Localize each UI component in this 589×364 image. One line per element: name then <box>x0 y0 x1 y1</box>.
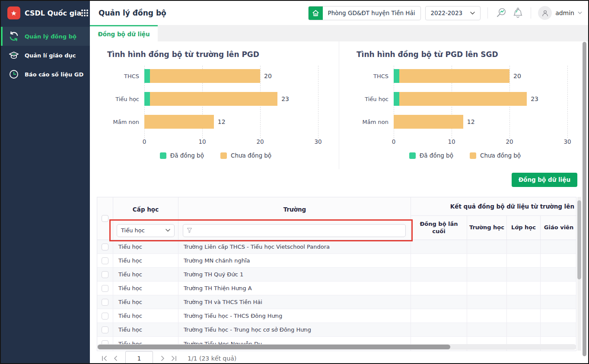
charts-section: Tình hình đồng bộ từ trường lên PGD THCS… <box>90 41 588 169</box>
app-window: ★ CSDL Quốc gia Quản lý đồng bộQuản lí g… <box>0 0 589 364</box>
chart-legend: Đã đồng bộChưa đồng bộ <box>357 152 573 159</box>
cell-empty <box>467 323 507 336</box>
sidebar-item-label: Báo cáo số liệu GD <box>25 71 83 78</box>
sidebar-item-0[interactable]: Quản lý đồng bộ <box>1 27 90 46</box>
graduation-cap-icon <box>8 50 19 61</box>
cell-empty <box>411 240 467 253</box>
schools-table: Cấp học Trường Tiểu học <box>97 197 576 351</box>
cell-cap-hoc: Tiểu học <box>113 268 178 281</box>
select-all-checkbox[interactable] <box>102 215 108 222</box>
table-horizontal-scrollbar[interactable] <box>97 344 576 350</box>
legend-swatch <box>470 152 476 159</box>
legend-label: Chưa đồng bộ <box>231 152 271 159</box>
bar-row: THCS20 <box>394 69 567 83</box>
row-checkbox[interactable] <box>102 313 108 320</box>
table-vertical-scrollbar[interactable] <box>577 197 581 351</box>
legend-label: Đã đồng bộ <box>420 152 453 159</box>
bar-row: Tiểu học23 <box>144 92 318 106</box>
legend-item: Chưa đồng bộ <box>220 152 271 159</box>
cell-empty <box>507 240 541 253</box>
bar-value-label: 23 <box>531 95 538 102</box>
bar-value-label: 12 <box>467 118 475 125</box>
page-title: Quản lý đồng bộ <box>99 9 166 17</box>
x-tick-label: 0 <box>392 138 396 145</box>
x-tick-label: 10 <box>448 138 455 145</box>
cell-cap-hoc: Tiểu học <box>113 295 178 309</box>
pagination-last-button[interactable] <box>170 355 177 361</box>
sidebar-item-1[interactable]: Quản lí giáo dục <box>1 46 90 65</box>
cell-empty <box>411 295 467 309</box>
apps-grid-icon[interactable] <box>81 9 88 16</box>
legend-item: Chưa đồng bộ <box>470 152 521 159</box>
funnel-icon <box>187 228 192 233</box>
table-row: Tiểu họcTrường TH Quý Đức 1 <box>97 268 576 282</box>
sidebar-item-2[interactable]: Báo cáo số liệu GD <box>1 65 90 84</box>
cell-empty <box>507 282 541 295</box>
x-tick-label: 20 <box>506 138 513 145</box>
cell-truong: Trường MN chánh nghĩa <box>178 254 411 267</box>
bar-segment <box>399 69 509 83</box>
group-header-ket-qua: Kết quả đồng bộ dữ liệu từ trường lên <box>411 197 577 216</box>
user-menu[interactable]: admin <box>538 6 582 20</box>
cell-empty <box>411 323 467 336</box>
cell-empty <box>467 295 507 309</box>
cell-truong: Trường Tiểu học - Trung học cơ sở Đông H… <box>178 323 411 336</box>
cell-empty <box>541 268 577 281</box>
bar-segment <box>150 92 277 106</box>
chart-truong-len-pgd: Tình hình đồng bộ từ trường lên PGD THCS… <box>90 41 339 169</box>
category-label: THCS <box>124 73 139 79</box>
row-checkbox[interactable] <box>102 257 108 264</box>
current-page-input[interactable]: 1 <box>125 351 153 364</box>
row-checkbox[interactable] <box>102 244 108 250</box>
cell-truong: Trường Liên cấp THCS - Tiểu học Vietscho… <box>178 240 411 253</box>
notifications-bell-icon[interactable] <box>512 7 524 19</box>
x-tick-label: 30 <box>564 138 571 145</box>
tab-dong-bo-du-lieu[interactable]: Đồng bộ dữ liệu <box>90 25 158 41</box>
school-year-select[interactable]: 2022-2023 <box>425 6 481 20</box>
legend-label: Chưa đồng bộ <box>480 152 521 159</box>
divider <box>531 7 531 19</box>
pagination-next-button[interactable] <box>161 355 165 361</box>
bar-segment <box>144 69 150 83</box>
cell-empty <box>507 254 541 267</box>
table-row: Tiểu họcTrường Liên cấp THCS - Tiểu học … <box>97 240 576 254</box>
chart-legend: Đã đồng bộChưa đồng bộ <box>107 152 324 159</box>
cell-empty <box>507 295 541 309</box>
row-checkbox[interactable] <box>102 299 108 306</box>
table-row: Tiểu họcTrường MN chánh nghĩa <box>97 254 576 268</box>
cell-empty <box>411 268 467 281</box>
cell-cap-hoc: Tiểu học <box>113 282 178 295</box>
legend-swatch <box>220 152 227 159</box>
column-header-cap-hoc: Cấp học <box>113 197 178 221</box>
cell-empty <box>541 309 577 323</box>
cap-hoc-filter-value: Tiểu học <box>121 227 145 234</box>
cap-hoc-filter-select[interactable]: Tiểu học <box>117 224 175 237</box>
cell-empty <box>541 240 577 253</box>
table-body: Tiểu họcTrường Liên cấp THCS - Tiểu học … <box>97 240 576 351</box>
chart-title: Tình hình đồng bộ từ PGD lên SGD <box>357 50 573 59</box>
sync-data-button[interactable]: Đồng bộ dữ liệu <box>512 173 577 187</box>
pagination-summary: 1/1 (23 kết quả) <box>188 355 236 362</box>
page-vertical-scrollbar[interactable] <box>583 42 586 358</box>
cell-cap-hoc: Tiểu học <box>113 240 178 253</box>
bar-segment <box>144 115 214 129</box>
truong-filter-input[interactable] <box>183 224 406 237</box>
sidebar-item-label: Quản lý đồng bộ <box>25 33 76 40</box>
legend-item: Đã đồng bộ <box>160 152 204 159</box>
table-header: Cấp học Trường Tiểu học <box>97 197 576 240</box>
sub-column-header: Đồng bộ lần cuối <box>411 216 467 240</box>
search-report-icon[interactable] <box>495 6 508 19</box>
cell-empty <box>507 309 541 323</box>
sidebar-nav: Quản lý đồng bộQuản lí giáo dụcBáo cáo s… <box>1 27 90 84</box>
pagination-first-button[interactable] <box>101 355 108 361</box>
row-checkbox[interactable] <box>102 326 108 333</box>
row-checkbox[interactable] <box>102 271 108 278</box>
table-row: Tiểu họcTrường TH và THCS Tiền Hải <box>97 295 576 309</box>
cell-empty <box>541 282 577 295</box>
unit-selector[interactable]: Phòng GD&ĐT huyện Tiền Hải <box>308 6 421 20</box>
column-header-truong: Trường <box>178 197 411 221</box>
pagination-prev-button[interactable] <box>113 355 118 361</box>
bar-segment <box>394 115 463 129</box>
chart-pgd-len-sgd: Tình hình đồng bộ từ PGD lên SGD THCS20T… <box>339 41 588 169</box>
row-checkbox[interactable] <box>102 285 108 292</box>
